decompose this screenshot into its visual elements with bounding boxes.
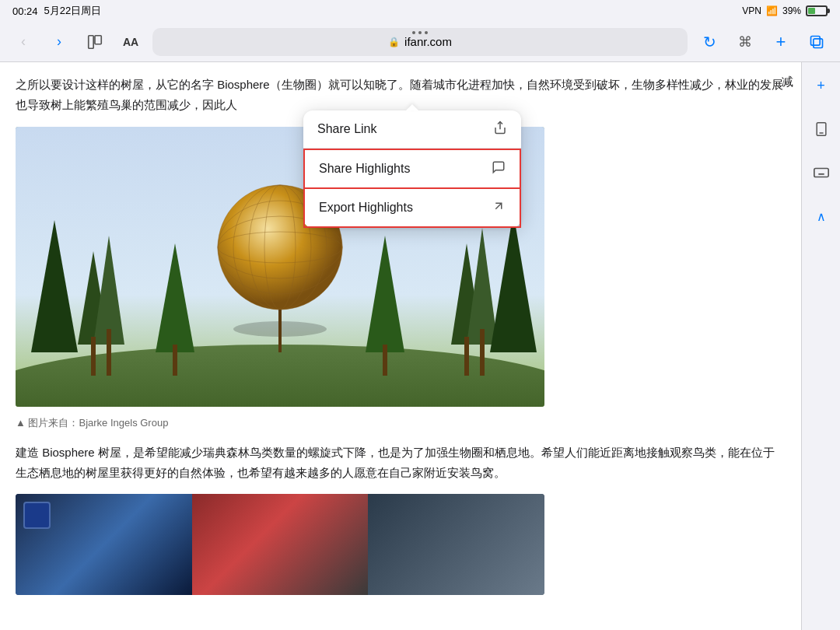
article-text-mid: 建造 Biosphere 树屋，是希望能减少瑞典森林鸟类数量的螺旋式下降，也是为… <box>16 443 786 484</box>
sidebar-keyboard-icon <box>813 164 830 181</box>
tab-switcher-icon <box>809 34 824 50</box>
back-button[interactable]: ‹ <box>9 28 37 56</box>
share-highlights-icon <box>492 160 506 177</box>
menu-item-share-highlights[interactable]: Share Highlights <box>303 149 521 189</box>
svg-rect-0 <box>89 35 93 48</box>
font-label: AA <box>123 36 138 48</box>
share-highlights-label: Share Highlights <box>319 162 410 176</box>
dot2 <box>418 31 422 34</box>
sidebar-phone-button[interactable] <box>807 115 835 143</box>
svg-rect-19 <box>383 345 387 376</box>
svg-rect-32 <box>814 169 828 177</box>
menu-item-share-link[interactable]: Share Link <box>303 110 521 149</box>
refresh-button[interactable]: ↻ <box>695 28 723 56</box>
bookmarks-icon <box>86 33 103 51</box>
font-button[interactable]: AA <box>117 28 145 56</box>
status-left: 00:24 5月22日周日 <box>12 4 101 18</box>
battery-icon <box>806 5 828 16</box>
command-button[interactable]: ⌘ <box>731 28 759 56</box>
dropdown-menu: Share Link Share Highlights Export Highl… <box>303 110 521 228</box>
sidebar-plus-icon: + <box>817 78 825 94</box>
battery-percent: 39% <box>782 5 801 16</box>
add-tab-button[interactable]: + <box>767 28 795 56</box>
command-icon: ⌘ <box>738 33 752 51</box>
bottom-image-3 <box>368 494 544 595</box>
add-icon: + <box>776 32 786 52</box>
menu-item-export-highlights[interactable]: Export Highlights <box>303 189 521 228</box>
battery-fill <box>808 8 815 14</box>
article-bottom-images <box>16 494 544 595</box>
bottom-image-2 <box>192 494 369 595</box>
wifi-icon: 📶 <box>766 5 778 16</box>
lock-icon: 🔒 <box>388 37 400 47</box>
svg-rect-16 <box>464 337 469 376</box>
svg-rect-2 <box>811 36 821 45</box>
date: 5月22日周日 <box>44 4 102 18</box>
article-text-top: 之所以要设计这样的树屋，从它的名字 Biosphere（生物圈）就可以知晓了。随… <box>16 75 786 116</box>
export-highlights-label: Export Highlights <box>319 201 413 215</box>
sidebar-add-button[interactable]: + <box>807 72 835 100</box>
browser-toolbar: ‹ › AA 🔒 ifanr.com ↻ ⌘ + <box>0 22 840 62</box>
top-right-hint-text: 减 <box>782 75 793 88</box>
logo-badge <box>23 502 51 529</box>
svg-rect-1 <box>95 35 101 44</box>
dot3 <box>425 31 428 34</box>
url-text: ifanr.com <box>404 35 452 48</box>
tab-switcher-button[interactable] <box>803 28 831 56</box>
forward-icon: › <box>57 33 61 50</box>
bookmarks-button[interactable] <box>81 28 109 56</box>
share-link-icon <box>493 121 507 138</box>
bottom-image-1 <box>16 494 192 595</box>
svg-rect-17 <box>480 329 485 376</box>
right-sidebar: + ∧ <box>801 62 840 630</box>
image-caption: ▲ 图片来自：Bjarke Ingels Group <box>16 415 786 432</box>
export-highlights-icon <box>492 199 506 216</box>
top-right-text: 减 <box>782 62 793 102</box>
svg-rect-15 <box>107 329 111 376</box>
content-area: 之所以要设计这样的树屋，从它的名字 Biosphere（生物圈）就可以知晓了。随… <box>0 62 840 630</box>
time: 00:24 <box>12 5 38 17</box>
status-right: VPN 📶 39% <box>742 5 828 16</box>
share-link-label: Share Link <box>317 122 377 136</box>
forward-button[interactable]: › <box>45 28 73 56</box>
svg-rect-3 <box>814 38 823 47</box>
dot1 <box>412 31 415 34</box>
sidebar-phone-icon <box>814 121 829 137</box>
refresh-icon: ↻ <box>703 33 716 51</box>
svg-rect-18 <box>173 345 177 376</box>
vpn-label: VPN <box>742 5 761 16</box>
svg-rect-30 <box>817 123 826 136</box>
three-dots-indicator <box>412 31 428 34</box>
sidebar-up-button[interactable]: ∧ <box>807 202 835 230</box>
svg-rect-14 <box>91 337 96 376</box>
back-icon: ‹ <box>21 33 26 50</box>
sidebar-keyboard-button[interactable] <box>807 159 835 187</box>
sidebar-up-icon: ∧ <box>817 209 826 224</box>
status-bar: 00:24 5月22日周日 VPN 📶 39% <box>0 0 840 22</box>
